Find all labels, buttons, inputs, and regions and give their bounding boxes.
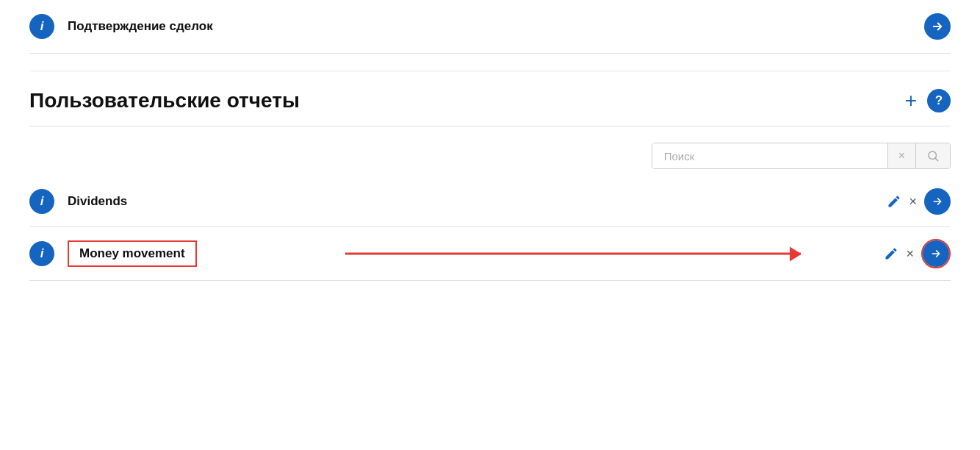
section-title: Пользовательские отчеты [29,89,300,113]
arrow-right-icon [931,20,944,33]
top-info-icon[interactable]: i [29,14,54,39]
pencil-icon [887,194,901,209]
dividends-actions: × [887,188,951,215]
arrow-right-icon [932,196,943,207]
red-arrow-line [345,253,801,255]
clear-icon: × [898,149,905,162]
dividends-label: Dividends [68,194,127,209]
top-go-button[interactable] [924,13,951,40]
section-header: Пользовательские отчеты + ? [29,71,951,126]
money-movement-label: Money movement [68,240,197,267]
money-movement-delete-button[interactable]: × [906,246,914,262]
spacer [29,54,951,71]
section-header-actions: + ? [905,89,951,113]
red-arrow-head [790,247,801,262]
dividends-info-icon[interactable]: i [29,189,54,214]
search-box: × [652,143,951,169]
money-movement-go-button[interactable] [923,240,949,267]
search-submit-button[interactable] [915,143,950,168]
money-movement-actions: × [884,239,951,268]
arrow-right-icon [930,248,942,260]
money-movement-go-btn-wrapper [921,239,951,268]
search-row: × [29,126,951,176]
money-movement-edit-button[interactable] [884,246,898,261]
money-movement-row-left: i Money movement [29,240,197,267]
help-button[interactable]: ? [927,89,951,113]
money-movement-row: i Money movement × [29,227,951,281]
dividends-delete-button[interactable]: × [909,194,917,210]
top-section-left: i Подтверждение сделок [29,14,213,39]
dividends-go-button[interactable] [924,188,951,215]
add-report-button[interactable]: + [905,90,917,111]
top-section: i Подтверждение сделок [29,0,951,54]
search-input[interactable] [652,143,887,168]
pencil-icon [884,246,898,261]
dividends-edit-button[interactable] [887,194,901,209]
dividends-row-left: i Dividends [29,189,127,214]
money-movement-info-icon[interactable]: i [29,241,54,266]
red-arrow-annotation [345,253,801,255]
search-icon [926,149,940,162]
search-clear-button[interactable]: × [887,143,915,168]
dividends-row: i Dividends × [29,176,951,227]
top-section-title: Подтверждение сделок [68,19,213,34]
